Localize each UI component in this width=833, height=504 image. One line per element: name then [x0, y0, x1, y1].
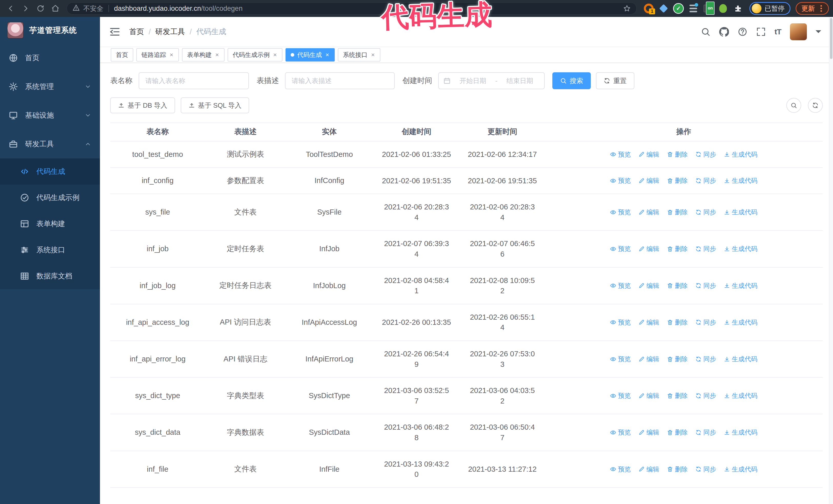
- action-edit-button[interactable]: 编辑: [639, 282, 659, 290]
- search-button[interactable]: 搜索: [552, 72, 591, 89]
- sidebar-toggle-icon[interactable]: [109, 26, 120, 38]
- refresh-table-button[interactable]: [808, 98, 823, 113]
- action-edit-button[interactable]: 编辑: [639, 208, 659, 216]
- help-icon[interactable]: [738, 27, 747, 37]
- action-sync-button[interactable]: 同步: [695, 245, 716, 253]
- action-generate-button[interactable]: 生成代码: [724, 465, 757, 474]
- close-icon[interactable]: ×: [273, 51, 277, 58]
- action-preview-button[interactable]: 预览: [610, 282, 631, 290]
- chevron-down-icon[interactable]: [815, 30, 821, 36]
- action-sync-button[interactable]: 同步: [695, 465, 716, 474]
- app-logo[interactable]: 芋道管理系统: [0, 17, 100, 44]
- close-icon[interactable]: ×: [215, 51, 219, 58]
- action-preview-button[interactable]: 预览: [610, 391, 631, 400]
- scrollbar-thumb[interactable]: [830, 18, 832, 59]
- action-preview-button[interactable]: 预览: [610, 208, 631, 216]
- action-delete-button[interactable]: 删除: [667, 428, 688, 437]
- breadcrumb-item[interactable]: 研发工具: [155, 27, 185, 37]
- action-generate-button[interactable]: 生成代码: [724, 282, 757, 290]
- import-db-button[interactable]: 基于 DB 导入: [110, 97, 175, 113]
- action-generate-button[interactable]: 生成代码: [724, 318, 757, 327]
- sidebar-item-devtools[interactable]: 研发工具: [0, 130, 100, 159]
- tab-api[interactable]: 系统接口×: [338, 48, 380, 62]
- action-edit-button[interactable]: 编辑: [639, 318, 659, 327]
- action-sync-button[interactable]: 同步: [695, 150, 716, 159]
- sidebar-subitem-db-doc[interactable]: 数据库文档: [0, 263, 100, 289]
- action-sync-button[interactable]: 同步: [695, 355, 716, 363]
- action-edit-button[interactable]: 编辑: [639, 150, 659, 159]
- tab-tracer[interactable]: 链路追踪×: [136, 48, 179, 62]
- close-icon[interactable]: ×: [169, 51, 174, 58]
- action-delete-button[interactable]: 删除: [667, 282, 688, 290]
- action-preview-button[interactable]: 预览: [610, 176, 631, 185]
- action-generate-button[interactable]: 生成代码: [724, 355, 757, 363]
- page-scrollbar[interactable]: [829, 17, 833, 504]
- action-edit-button[interactable]: 编辑: [639, 465, 659, 474]
- user-avatar[interactable]: [790, 23, 807, 40]
- sidebar-item-home[interactable]: 首页: [0, 44, 100, 72]
- action-delete-button[interactable]: 删除: [667, 176, 688, 185]
- action-sync-button[interactable]: 同步: [695, 208, 716, 216]
- breadcrumb-item[interactable]: 首页: [129, 27, 144, 37]
- action-preview-button[interactable]: 预览: [610, 245, 631, 253]
- extension-orange-icon[interactable]: 1: [643, 3, 654, 14]
- action-preview-button[interactable]: 预览: [610, 355, 631, 363]
- action-sync-button[interactable]: 同步: [695, 176, 716, 185]
- sidebar-subitem-api[interactable]: 系统接口: [0, 237, 100, 263]
- table-desc-input[interactable]: [285, 72, 395, 89]
- sidebar-subitem-codegen-example[interactable]: 代码生成示例: [0, 185, 100, 211]
- action-sync-button[interactable]: 同步: [695, 282, 716, 290]
- action-generate-button[interactable]: 生成代码: [724, 150, 757, 159]
- close-icon[interactable]: ×: [371, 51, 375, 58]
- action-generate-button[interactable]: 生成代码: [724, 428, 757, 437]
- fullscreen-icon[interactable]: [756, 27, 766, 37]
- extension-diamond-icon[interactable]: [658, 3, 669, 14]
- close-icon[interactable]: ×: [325, 51, 330, 58]
- action-generate-button[interactable]: 生成代码: [724, 245, 757, 253]
- browser-update-button[interactable]: 更新: [795, 2, 829, 15]
- extension-alien-icon[interactable]: [718, 3, 729, 14]
- font-size-icon[interactable]: [775, 27, 781, 36]
- action-delete-button[interactable]: 删除: [667, 355, 688, 363]
- tab-codegen-example[interactable]: 代码生成示例×: [228, 48, 282, 62]
- action-preview-button[interactable]: 预览: [610, 150, 631, 159]
- action-edit-button[interactable]: 编辑: [639, 428, 659, 437]
- date-range-picker[interactable]: 开始日期 - 结束日期: [438, 72, 545, 89]
- action-generate-button[interactable]: 生成代码: [724, 391, 757, 400]
- action-delete-button[interactable]: 删除: [667, 208, 688, 216]
- action-edit-button[interactable]: 编辑: [639, 391, 659, 400]
- action-edit-button[interactable]: 编辑: [639, 355, 659, 363]
- action-delete-button[interactable]: 删除: [667, 150, 688, 159]
- sidebar-subitem-form-builder[interactable]: 表单构建: [0, 211, 100, 237]
- action-delete-button[interactable]: 删除: [667, 391, 688, 400]
- tab-home[interactable]: 首页: [111, 48, 133, 62]
- search-icon[interactable]: [701, 27, 711, 37]
- extension-check-icon[interactable]: [673, 3, 684, 14]
- tab-form-builder[interactable]: 表单构建×: [182, 48, 224, 62]
- action-preview-button[interactable]: 预览: [610, 428, 631, 437]
- github-icon[interactable]: [719, 27, 729, 37]
- action-sync-button[interactable]: 同步: [695, 428, 716, 437]
- browser-forward-icon[interactable]: [19, 2, 32, 15]
- browser-back-icon[interactable]: [4, 2, 18, 15]
- action-preview-button[interactable]: 预览: [610, 318, 631, 327]
- sidebar-item-system[interactable]: 系统管理: [0, 72, 100, 101]
- browser-menu-icon[interactable]: [820, 8, 822, 9]
- extensions-puzzle-icon[interactable]: [733, 3, 743, 14]
- extension-sliders-icon[interactable]: [688, 3, 699, 14]
- table-name-input[interactable]: [139, 72, 249, 89]
- action-edit-button[interactable]: 编辑: [639, 245, 659, 253]
- bookmark-star-icon[interactable]: [623, 5, 631, 12]
- action-delete-button[interactable]: 删除: [667, 465, 688, 474]
- browser-reload-icon[interactable]: [34, 2, 47, 15]
- sidebar-item-infra[interactable]: 基础设施: [0, 101, 100, 130]
- reset-button[interactable]: 重置: [596, 72, 634, 89]
- action-generate-button[interactable]: 生成代码: [724, 176, 757, 185]
- action-sync-button[interactable]: 同步: [695, 391, 716, 400]
- browser-profile-chip[interactable]: 已暂停: [749, 2, 790, 15]
- action-sync-button[interactable]: 同步: [695, 318, 716, 327]
- extension-on-icon[interactable]: on: [703, 3, 714, 14]
- action-generate-button[interactable]: 生成代码: [724, 208, 757, 216]
- action-edit-button[interactable]: 编辑: [639, 176, 659, 185]
- tab-codegen[interactable]: 代码生成×: [286, 48, 335, 62]
